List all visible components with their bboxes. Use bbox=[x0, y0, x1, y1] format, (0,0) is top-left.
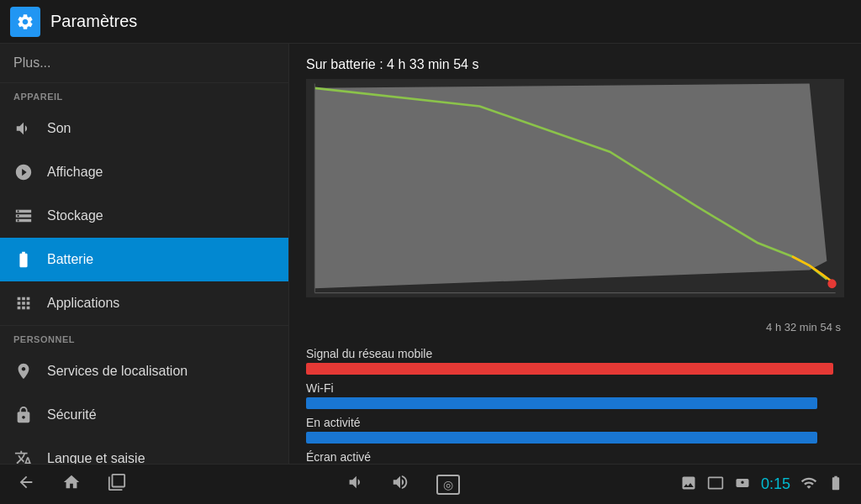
sound-icon bbox=[13, 118, 34, 139]
sidebar-label-batterie: Batterie bbox=[47, 252, 93, 267]
usage-item-activite: En activité bbox=[306, 416, 844, 444]
usage-item-wifi: Wi-Fi bbox=[306, 381, 844, 409]
battery-chart bbox=[306, 79, 844, 314]
usage-label-signal: Signal du réseau mobile bbox=[306, 347, 844, 360]
battery-time-label: Sur batterie : 4 h 33 min 54 s bbox=[306, 57, 844, 72]
sidebar-label-affichage: Affichage bbox=[47, 165, 103, 180]
content-area: Sur batterie : 4 h 33 min 54 s 4 h 32 mi… bbox=[289, 44, 861, 504]
back-button[interactable] bbox=[17, 473, 35, 496]
section-header-personnel: PERSONNEL bbox=[0, 326, 288, 349]
sidebar-item-securite[interactable]: Sécurité bbox=[0, 393, 288, 437]
chart-x-label: 4 h 32 min 54 s bbox=[306, 321, 844, 333]
recents-button[interactable] bbox=[108, 473, 126, 496]
usage-item-signal: Signal du réseau mobile bbox=[306, 347, 844, 375]
usage-bar-activite bbox=[306, 432, 817, 444]
usage-label-ecran: Écran activé bbox=[306, 450, 844, 464]
nav-right-group: 0:15 bbox=[680, 475, 844, 495]
usage-bar-wifi-container bbox=[306, 397, 844, 409]
usage-label-activite: En activité bbox=[306, 416, 844, 429]
display-icon bbox=[13, 162, 34, 182]
security-icon bbox=[13, 405, 34, 425]
bottom-nav: ◎ 0:15 bbox=[0, 464, 861, 504]
sidebar-item-applications[interactable]: Applications bbox=[0, 281, 288, 325]
sidebar-label-localisation: Services de localisation bbox=[47, 364, 188, 379]
gallery-icon bbox=[680, 475, 697, 495]
vol-down-button[interactable] bbox=[346, 473, 364, 496]
title-bar: Paramètres bbox=[0, 0, 861, 44]
vol-up-button[interactable] bbox=[391, 473, 409, 496]
screen-icon bbox=[707, 475, 724, 495]
camera-button[interactable]: ◎ bbox=[436, 475, 460, 495]
sidebar-item-affichage[interactable]: Affichage bbox=[0, 150, 288, 194]
usage-bar-signal-container bbox=[306, 363, 844, 375]
sidebar-label-securite: Sécurité bbox=[47, 407, 97, 423]
main-layout: Plus... APPAREIL Son Affichage bbox=[0, 44, 861, 504]
svg-marker-1 bbox=[314, 83, 827, 288]
nav-left-group bbox=[17, 473, 126, 496]
usage-bar-activite-container bbox=[306, 432, 844, 444]
svg-point-2 bbox=[827, 279, 836, 288]
sidebar-item-son[interactable]: Son bbox=[0, 107, 288, 150]
sidebar-label-son: Son bbox=[47, 121, 71, 136]
home-button[interactable] bbox=[62, 473, 81, 496]
section-header-appareil: APPAREIL bbox=[0, 83, 288, 107]
sidebar-item-localisation[interactable]: Services de localisation bbox=[0, 349, 288, 393]
sidebar-label-applications: Applications bbox=[47, 296, 119, 311]
battery-chart-svg bbox=[306, 79, 844, 297]
record-icon bbox=[734, 475, 751, 495]
sidebar: Plus... APPAREIL Son Affichage bbox=[0, 44, 289, 504]
usage-bar-signal bbox=[306, 363, 833, 375]
settings-icon bbox=[10, 7, 40, 37]
nav-center-group: ◎ bbox=[346, 473, 460, 496]
page-title: Paramètres bbox=[50, 12, 137, 31]
wifi-status-icon bbox=[800, 475, 817, 495]
battery-icon bbox=[13, 249, 34, 270]
sidebar-item-stockage[interactable]: Stockage bbox=[0, 194, 288, 238]
battery-status-icon bbox=[827, 475, 844, 495]
sidebar-item-batterie[interactable]: Batterie bbox=[0, 238, 288, 281]
sidebar-label-stockage: Stockage bbox=[47, 208, 103, 223]
apps-icon bbox=[13, 293, 34, 313]
location-icon bbox=[13, 361, 34, 381]
clock-display: 0:15 bbox=[761, 475, 790, 493]
usage-label-wifi: Wi-Fi bbox=[306, 381, 844, 395]
usage-bar-wifi bbox=[306, 397, 817, 409]
storage-icon bbox=[13, 206, 34, 226]
sidebar-more[interactable]: Plus... bbox=[0, 44, 288, 83]
